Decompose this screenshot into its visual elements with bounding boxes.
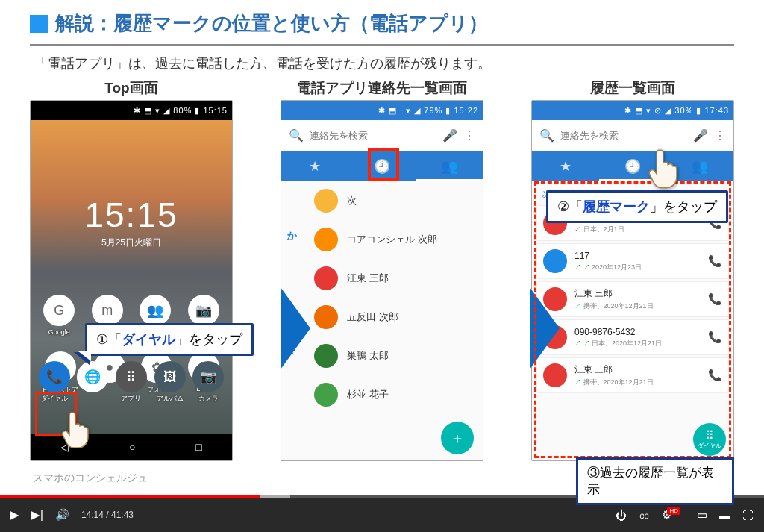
contact-name: 次 [347, 194, 357, 207]
dialpad-icon: ⠿ [705, 430, 714, 442]
tab-contacts[interactable]: 👥 [416, 151, 483, 181]
callout-3: ③過去の履歴一覧が表示 [576, 457, 734, 505]
tab-bar: ★ 🕘 👥 [532, 151, 733, 181]
home-wallpaper: 15:15 5月25日火曜日 GGooglemメルカリ👥Teams📷Instag… [31, 120, 232, 434]
contact-row[interactable]: 巣鴨 太郎 [281, 337, 483, 375]
callout-1: ① 「 ダイヤル 」をタップ [85, 323, 254, 356]
fullscreen-button[interactable]: ⛶ [742, 509, 754, 522]
contacts-list: か さ 次コアコンシェル 次郎江東 三郎五反田 次郎巣鴨 太郎杉並 花子 ＋ [281, 181, 483, 461]
tab-favorites[interactable]: ★ [532, 151, 599, 181]
phone-icon[interactable]: 📞 [708, 254, 722, 268]
phone-b: ✱ ⬒ ᐧ ▾ ◢ 79% ▮ 15:22 🔍 🎤 ⋮ ★ 🕘 👥 か さ 次コ… [281, 100, 483, 461]
contact-name: コアコンシェル 次郎 [347, 233, 437, 246]
section-letter: か [287, 229, 297, 242]
avatar [543, 249, 567, 273]
more-icon[interactable]: ⋮ [463, 128, 475, 143]
status-bar: ✱ ⬒ ᐧ ▾ ◢ 79% ▮ 15:22 [281, 101, 483, 120]
history-row[interactable]: 117↗ ↗ 2020年12月23日📞 [536, 243, 729, 279]
search-bar[interactable]: 🔍 🎤 ⋮ [281, 120, 483, 151]
avatar [314, 305, 338, 329]
mic-icon[interactable]: 🎤 [442, 128, 457, 143]
settings-button[interactable]: ⚙HD [662, 508, 685, 522]
search-icon: 🔍 [289, 128, 304, 143]
history-name: 江東 三郎 [574, 363, 701, 376]
history-name: 117 [574, 251, 701, 261]
panel-b-label: 電話アプリ連絡先一覧画面 [281, 78, 483, 98]
search-bar[interactable]: 🔍 🎤 ⋮ [532, 120, 733, 151]
slide-title: 解説：履歴マークの位置と使い方（電話アプリ） [55, 10, 488, 37]
phone-icon[interactable]: 📞 [708, 331, 722, 344]
callout-2: ② 「 履歴マーク 」をタップ [546, 190, 728, 223]
avatar [314, 383, 338, 407]
search-input[interactable] [310, 130, 436, 141]
phone-c: ✱ ⬒ ▾ ⊘ ◢ 30% ▮ 17:43 🔍 🎤 ⋮ ★ 🕘 👥 以前 090… [531, 100, 734, 461]
history-name: 090-9876-5432 [574, 327, 701, 337]
flow-arrow-icon [530, 287, 560, 369]
contact-row[interactable]: 江東 三郎 [281, 259, 483, 298]
history-row[interactable]: 江東 三郎↗ 携帯、2020年12月21日📞 [536, 357, 729, 393]
avatar [314, 189, 338, 213]
phone-icon[interactable]: 📞 [708, 292, 722, 306]
contact-row[interactable]: 次 [281, 181, 483, 220]
history-meta: ↗ 携帯、2020年12月21日 [574, 301, 701, 311]
home-icon[interactable]: ○ [129, 441, 135, 453]
history-row[interactable]: 090-9876-5432↗ ↗ 日本、2020年12月21日📞 [536, 319, 729, 355]
contact-row[interactable]: 杉並 花子 [281, 375, 483, 414]
played-bar [0, 495, 260, 498]
dock-app[interactable]: 🖼アルバム [154, 361, 186, 404]
status-bar: ✱ ⬒ ▾ ◢ 80% ▮ 15:15 [31, 101, 232, 120]
miniplayer-button[interactable]: ▭ [697, 508, 707, 522]
volume-button[interactable]: 🔊 [55, 508, 69, 522]
app-icon[interactable]: GGoogle [43, 295, 75, 338]
clock-time: 15:15 [31, 195, 232, 235]
avatar [314, 266, 338, 290]
recents-icon[interactable]: □ [195, 441, 201, 453]
theater-button[interactable]: ▬ [719, 509, 730, 522]
plus-icon: ＋ [450, 428, 465, 448]
title-bullet [30, 15, 48, 33]
channel-brand: スマホのコンシェルジュ [33, 472, 148, 485]
avatar [314, 228, 338, 251]
history-list: 以前 090-6193-8450↙ 日本、2月1日📞117↗ ↗ 2020年12… [532, 181, 733, 461]
panel-c-label: 履歴一覧画面 [531, 78, 734, 98]
highlight-box [368, 148, 399, 181]
history-meta: ↗ 携帯、2020年12月21日 [574, 378, 701, 387]
next-button[interactable]: ▶| [31, 508, 43, 522]
autoplay-toggle[interactable]: ⏻ [616, 509, 627, 522]
pointer-hand-icon [646, 147, 685, 195]
slide-subtitle: 「電話アプリ」は、過去に電話した方、電話を受けた方の履歴が残ります。 [34, 54, 734, 72]
phone-icon[interactable]: 📞 [708, 369, 722, 382]
history-name: 江東 三郎 [574, 287, 701, 300]
slide-title-row: 解説：履歴マークの位置と使い方（電話アプリ） [30, 7, 734, 46]
phone-a: ✱ ⬒ ▾ ◢ 80% ▮ 15:15 15:15 5月25日火曜日 GGoog… [30, 100, 233, 461]
dock-app[interactable]: ⠿アプリ [116, 361, 147, 404]
play-button[interactable]: ▶ [10, 508, 19, 522]
contact-name: 江東 三郎 [347, 272, 389, 285]
history-meta: ↗ ↗ 2020年12月23日 [574, 263, 701, 272]
contact-name: 五反田 次郎 [347, 310, 398, 324]
tab-favorites[interactable]: ★ [281, 151, 348, 181]
avatar [314, 344, 338, 368]
time-display: 14:14 / 41:43 [81, 510, 134, 520]
status-bar: ✱ ⬒ ▾ ⊘ ◢ 30% ▮ 17:43 [532, 101, 733, 120]
dock-app[interactable]: 📷カメラ [192, 361, 224, 404]
search-icon: 🔍 [539, 128, 554, 143]
contact-name: 巣鴨 太郎 [347, 349, 389, 363]
dialpad-fab[interactable]: ⠿ ダイヤル [693, 423, 726, 456]
mic-icon[interactable]: 🎤 [693, 128, 708, 143]
history-meta: ↙ 日本、2月1日 [574, 225, 701, 234]
history-row[interactable]: 江東 三郎↗ 携帯、2020年12月21日📞 [536, 281, 729, 317]
search-input[interactable] [560, 130, 687, 141]
more-icon[interactable]: ⋮ [714, 128, 726, 143]
history-meta: ↗ ↗ 日本、2020年12月21日 [574, 339, 701, 348]
panel-a-label: Top画面 [30, 78, 233, 98]
flow-arrow-icon [281, 287, 310, 369]
add-contact-fab[interactable]: ＋ [441, 422, 474, 454]
clock-widget: 15:15 5月25日火曜日 [31, 195, 232, 249]
dock-app[interactable]: 🌐 [77, 361, 108, 404]
clock-date: 5月25日火曜日 [31, 237, 232, 249]
contact-row[interactable]: 五反田 次郎 [281, 298, 483, 337]
contact-row[interactable]: コアコンシェル 次郎 [281, 220, 483, 259]
captions-button[interactable]: ㏄ [639, 508, 650, 522]
fab-label: ダイヤル [698, 442, 721, 450]
